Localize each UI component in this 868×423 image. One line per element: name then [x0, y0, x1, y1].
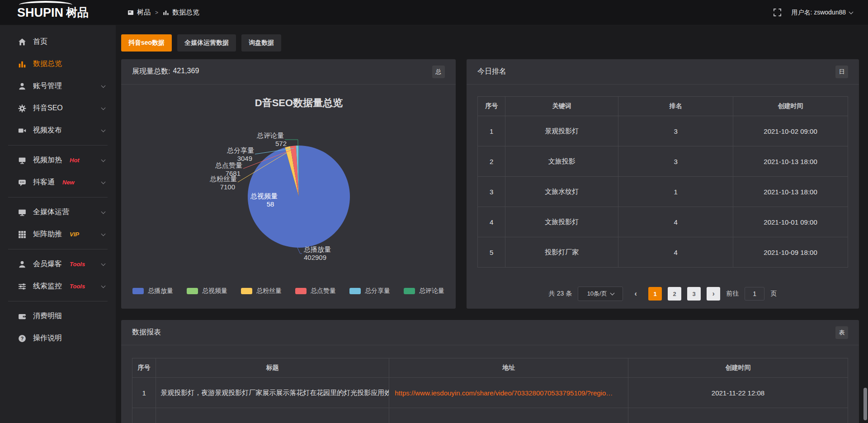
- chevron-down-icon: [101, 127, 106, 132]
- table-cell: 1: [132, 378, 156, 408]
- vip-badge: VIP: [70, 231, 79, 238]
- table-cell: 4: [618, 237, 733, 268]
- table-row: 1景观投影灯，夜游景观投影灯厂家展示展示落花灯在花园里的灯光投影应用效果 #ht…: [132, 378, 848, 408]
- hot-badge: Hot: [70, 157, 80, 164]
- sidebar-item-media-operation[interactable]: 全媒体运营: [0, 201, 116, 223]
- sidebar-item-label: 矩阵助推: [33, 230, 62, 239]
- data-report-panel: 数据报表 表 序号标题地址创建时间 1景观投影灯，夜游景观投影灯厂家展示展示落花…: [121, 320, 859, 423]
- topbar: SHUPIN 树品 树品 > 数据总览 用户名: zswodun88: [0, 0, 868, 25]
- tools-badge: Tools: [70, 283, 85, 290]
- legend-item[interactable]: 总视频量: [187, 287, 227, 295]
- page-size-select[interactable]: 10条/页: [578, 287, 623, 301]
- leader-line-plays: [297, 247, 302, 254]
- sidebar-item-home[interactable]: 首页: [0, 31, 116, 53]
- legend-swatch: [241, 288, 252, 294]
- chevron-down-icon: [101, 283, 106, 288]
- table-row: 2文旅投影32021-10-13 18:00: [478, 146, 848, 177]
- ranking-table: 序号关键词排名创建时间 1景观投影灯32021-10-02 09:002文旅投影…: [477, 96, 848, 268]
- table-cell: 2021-10-13 18:00: [733, 146, 848, 177]
- sidebar-item-matrix-boost[interactable]: 矩阵助推 VIP: [0, 223, 116, 245]
- table-row: 4文旅投影灯42021-10-01 09:00: [478, 207, 848, 237]
- chart-legend: 总播放量总视频量总粉丝量总点赞量总分享量总评论量: [121, 287, 456, 295]
- sidebar-item-douketong[interactable]: 抖客通 New: [0, 171, 116, 193]
- sidebar-item-label: 全媒体运营: [33, 207, 69, 217]
- column-header: 创建时间: [733, 97, 848, 116]
- leader-line-comments: [285, 140, 298, 146]
- sidebar-item-instructions[interactable]: ? 操作说明: [0, 327, 116, 349]
- logo-text-cn: 树品: [66, 5, 89, 20]
- tools-badge: Tools: [70, 261, 85, 268]
- bar-chart-icon: [163, 9, 169, 16]
- sidebar-item-member-burst[interactable]: 会员爆客 Tools: [0, 253, 116, 275]
- breadcrumb-item-home[interactable]: 树品: [127, 8, 151, 17]
- sidebar-item-label: 操作说明: [33, 334, 62, 343]
- sidebar-item-label: 抖客通: [33, 178, 55, 187]
- prev-page-button[interactable]: ‹: [629, 287, 642, 301]
- total-toggle-badge[interactable]: 总: [432, 66, 445, 78]
- legend-item[interactable]: 总播放量: [132, 287, 173, 295]
- sidebar-item-label: 抖音SEO: [33, 103, 63, 113]
- column-header: 标题: [156, 358, 389, 378]
- legend-swatch: [132, 288, 144, 294]
- table-cell: 5: [478, 237, 505, 268]
- table-cell: 1: [478, 116, 505, 146]
- sidebar-item-video-publish[interactable]: 视频发布: [0, 119, 116, 141]
- legend-label: 总粉丝量: [256, 287, 282, 295]
- next-page-button[interactable]: ›: [707, 287, 720, 301]
- sidebar-divider: [8, 249, 108, 249]
- column-header: 排名: [618, 97, 733, 116]
- report-link[interactable]: https://www.iesdouyin.com/share/video/70…: [389, 378, 628, 408]
- pie-label-comments: 总评论量: [256, 132, 284, 139]
- legend-label: 总评论量: [419, 287, 444, 295]
- vertical-scrollbar-thumb[interactable]: [863, 388, 867, 420]
- sidebar-item-account[interactable]: 账号管理: [0, 75, 116, 97]
- table-cell: 3: [478, 177, 505, 207]
- user-menu[interactable]: 用户名: zswodun88: [791, 9, 853, 17]
- question-icon: ?: [18, 334, 26, 343]
- table-row: [132, 408, 848, 423]
- table-toggle-badge[interactable]: 表: [835, 326, 848, 339]
- legend-label: 总点赞量: [311, 287, 336, 295]
- legend-item[interactable]: 总粉丝量: [241, 287, 282, 295]
- data-tabs: 抖音seo数据 全媒体运营数据 询盘数据: [121, 34, 859, 52]
- page-button-2[interactable]: 2: [668, 287, 681, 301]
- day-toggle-badge[interactable]: 日: [835, 66, 848, 78]
- legend-item[interactable]: 总点赞量: [295, 287, 336, 295]
- page-button-1[interactable]: 1: [648, 287, 662, 301]
- table-header-row: 序号标题地址创建时间: [132, 358, 848, 378]
- tab-douyin-seo-data[interactable]: 抖音seo数据: [121, 34, 172, 52]
- legend-label: 总视频量: [202, 287, 227, 295]
- today-ranking-panel: 今日排名 日 序号关键词排名创建时间 1景观投影灯32021-10-02 09:…: [467, 59, 859, 309]
- tab-media-operation-data[interactable]: 全媒体运营数据: [177, 34, 236, 52]
- goto-page-input[interactable]: [745, 287, 764, 301]
- legend-item[interactable]: 总分享量: [349, 287, 390, 295]
- legend-item[interactable]: 总评论量: [404, 287, 444, 295]
- table-cell: 2021-10-09 18:00: [733, 237, 848, 268]
- page-size-value: 10条/页: [587, 290, 607, 298]
- table-cell: 4: [478, 207, 505, 237]
- page-button-3[interactable]: 3: [687, 287, 701, 301]
- tab-inquiry-data[interactable]: 询盘数据: [241, 34, 281, 52]
- seo-pie-chart: D音SEO数据量总览 总评论量 572 总分享量 3049 总点赞量: [121, 85, 456, 265]
- breadcrumb: 树品 > 数据总览: [127, 8, 199, 17]
- username-label: 用户名: zswodun88: [791, 9, 846, 17]
- impressions-total: 展现量总数: 421,369: [132, 67, 199, 76]
- breadcrumb-item-current[interactable]: 数据总览: [163, 8, 199, 17]
- breadcrumb-label: 数据总览: [172, 8, 199, 17]
- chat-icon: [18, 179, 26, 187]
- report-table: 序号标题地址创建时间 1景观投影灯，夜游景观投影灯厂家展示展示落花灯在花园里的灯…: [132, 358, 848, 423]
- panel-title: 今日排名: [477, 67, 506, 76]
- fullscreen-icon[interactable]: [774, 9, 781, 16]
- sidebar-item-douyin-seo[interactable]: 抖音SEO: [0, 97, 116, 119]
- sidebar-item-video-heat[interactable]: 视频加热 Hot: [0, 149, 116, 171]
- sidebar-item-label: 视频发布: [33, 126, 62, 135]
- bar-chart-icon: [18, 60, 26, 68]
- sidebar-item-data-overview[interactable]: 数据总览: [0, 53, 116, 75]
- sidebar-item-consumption[interactable]: 消费明细: [0, 305, 116, 327]
- legend-swatch: [404, 288, 415, 294]
- sidebar-divider: [8, 145, 108, 146]
- sidebar-item-label: 会员爆客: [33, 259, 62, 269]
- sidebar-item-lead-monitor[interactable]: 线索监控 Tools: [0, 275, 116, 297]
- goto-label: 前往: [726, 290, 739, 298]
- impressions-value: 421,369: [173, 67, 199, 76]
